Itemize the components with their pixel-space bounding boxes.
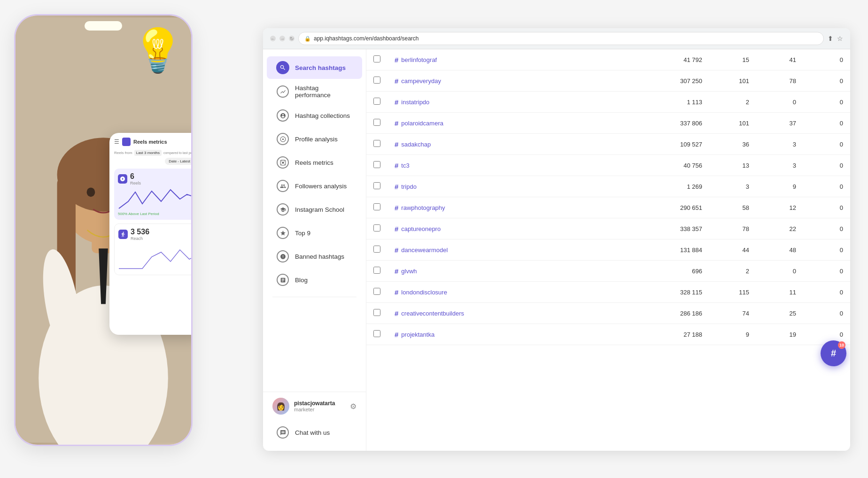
reels-count-value: 6 xyxy=(130,172,141,181)
hashtag-col3: 37 xyxy=(756,113,803,134)
row-checkbox[interactable] xyxy=(373,55,380,62)
row-checkbox-cell[interactable] xyxy=(366,324,388,345)
url-bar[interactable]: 🔒 app.iqhashtags.com/en/dashboard/search xyxy=(298,32,824,45)
row-checkbox-cell[interactable] xyxy=(366,282,388,303)
row-checkbox[interactable] xyxy=(373,98,380,105)
hashtag-name: instatripdo xyxy=(401,99,429,106)
sidebar-item-search-hashtags[interactable]: Search hashtags xyxy=(267,56,362,79)
row-checkbox-cell[interactable] xyxy=(366,134,388,155)
row-checkbox[interactable] xyxy=(373,288,380,295)
table-row: # projektantka 27 188 9 19 0 xyxy=(366,324,850,345)
hashtag-name: sadakchap xyxy=(401,141,431,148)
forward-button[interactable]: → xyxy=(279,36,285,41)
row-checkbox-cell[interactable] xyxy=(366,155,388,176)
hashtag-col2: 101 xyxy=(709,113,756,134)
hashtag-col3: 0 xyxy=(756,92,803,113)
hashtag-col3: 0 xyxy=(756,261,803,282)
row-checkbox[interactable] xyxy=(373,77,380,84)
sidebar-item-instagram-school[interactable]: Instagram School xyxy=(267,198,362,221)
settings-icon[interactable]: ⚙ xyxy=(350,402,356,411)
main-content: # berlinfotograf 41 792 15 41 0 # campev… xyxy=(366,49,850,451)
hashtag-link[interactable]: # sadakchap xyxy=(395,140,655,148)
table-row: # captureonepro 338 357 78 22 0 xyxy=(366,218,850,239)
hashtag-link[interactable]: # projektantka xyxy=(395,331,655,339)
hashtag-link[interactable]: # polaroidcamera xyxy=(395,119,655,127)
back-button[interactable]: ← xyxy=(270,36,276,41)
hashtag-link[interactable]: # tripdo xyxy=(395,183,655,191)
floating-hashtag-badge[interactable]: # 10 xyxy=(821,340,846,366)
hashtag-col2: 13 xyxy=(709,155,756,176)
hashtag-link[interactable]: # campeveryday xyxy=(395,77,655,85)
row-checkbox[interactable] xyxy=(373,246,380,253)
row-checkbox-cell[interactable] xyxy=(366,218,388,239)
expand-icon[interactable]: ⤢ xyxy=(191,177,193,182)
refresh-button[interactable]: ↻ xyxy=(289,36,294,41)
row-checkbox-cell[interactable] xyxy=(366,176,388,197)
sidebar-item-top-9[interactable]: Top 9 xyxy=(267,222,362,244)
row-checkbox[interactable] xyxy=(373,330,380,337)
row-checkbox[interactable] xyxy=(373,224,380,231)
sidebar-item-followers-analysis[interactable]: Followers analysis xyxy=(267,175,362,197)
row-checkbox[interactable] xyxy=(373,161,380,168)
hashtag-link[interactable]: # captureonepro xyxy=(395,225,655,233)
user-name: pistacjowatarta xyxy=(294,400,345,407)
sidebar-item-blog[interactable]: Blog xyxy=(267,269,362,291)
sidebar-item-profile-analysis[interactable]: Profile analysis xyxy=(267,128,362,150)
sidebar-item-label-school: Instagram School xyxy=(295,206,344,213)
hashtag-link[interactable]: # rawphotography xyxy=(395,204,655,212)
sidebar-item-chat[interactable]: Chat with us xyxy=(267,421,362,444)
row-checkbox-cell[interactable] xyxy=(366,49,388,70)
reach-value: 3 536 xyxy=(131,228,149,236)
row-checkbox[interactable] xyxy=(373,140,380,147)
hashtag-count: 40 756 xyxy=(662,155,709,176)
hashtag-col4: 0 xyxy=(803,92,850,113)
hashtag-cell: # dancewearmodel xyxy=(388,239,662,261)
date-filter-label: Date - Latest xyxy=(169,159,190,163)
hashtag-link[interactable]: # creativecontentbuilders xyxy=(395,309,655,317)
date-filter-button[interactable]: Date - Latest ⇅ xyxy=(165,158,193,165)
top-9-icon xyxy=(276,226,289,239)
hashtag-link[interactable]: # instatripdo xyxy=(395,98,655,106)
row-checkbox[interactable] xyxy=(373,309,380,316)
row-checkbox-cell[interactable] xyxy=(366,303,388,324)
hashtag-hash: # xyxy=(395,56,398,64)
browser-toolbar: ← → ↻ 🔒 app.iqhashtags.com/en/dashboard/… xyxy=(263,28,850,49)
reach-expand-icon[interactable]: ⤢ xyxy=(191,232,193,237)
sidebar-item-label-collections: Hashtag collections xyxy=(295,112,350,119)
hashtag-link[interactable]: # londondisclosure xyxy=(395,288,655,296)
browser-action-download[interactable]: ⬆ xyxy=(828,35,833,42)
row-checkbox-cell[interactable] xyxy=(366,239,388,261)
row-checkbox[interactable] xyxy=(373,267,380,274)
reels-from-label: Reels from xyxy=(114,151,132,155)
hashtag-link[interactable]: # glvwh xyxy=(395,267,655,275)
hashtag-name: creativecontentbuilders xyxy=(401,310,464,317)
row-checkbox-cell[interactable] xyxy=(366,70,388,92)
row-checkbox[interactable] xyxy=(373,203,380,210)
period-select[interactable]: Last 3 months xyxy=(134,150,162,156)
hashtag-count: 307 250 xyxy=(662,70,709,92)
reels-chart xyxy=(118,187,193,211)
hashtag-cell: # sadakchap xyxy=(388,134,662,155)
sidebar-item-banned-hashtags[interactable]: Banned hashtags xyxy=(267,245,362,268)
row-checkbox[interactable] xyxy=(373,119,380,126)
hashtag-hash: # xyxy=(395,246,398,254)
row-checkbox-cell[interactable] xyxy=(366,113,388,134)
hashtag-link[interactable]: # berlinfotograf xyxy=(395,56,655,64)
sidebar-divider xyxy=(272,297,356,297)
above-period-label: 500% Above Last Period xyxy=(118,212,193,216)
sidebar-item-hashtag-collections[interactable]: Hashtag collections xyxy=(267,104,362,127)
sidebar-item-hashtag-performance[interactable]: Hashtag performance xyxy=(267,80,362,103)
sidebar-item-reels-metrics[interactable]: Reels metrics xyxy=(267,151,362,174)
row-checkbox[interactable] xyxy=(373,182,380,189)
hashtag-link[interactable]: # tc3 xyxy=(395,162,655,170)
browser-action-bookmark[interactable]: ☆ xyxy=(837,35,843,42)
hashtag-col3: 3 xyxy=(756,134,803,155)
hashtag-performance-icon xyxy=(276,85,289,98)
row-checkbox-cell[interactable] xyxy=(366,197,388,218)
hashtag-col4: 0 xyxy=(803,134,850,155)
hashtag-count: 1 269 xyxy=(662,176,709,197)
row-checkbox-cell[interactable] xyxy=(366,92,388,113)
row-checkbox-cell[interactable] xyxy=(366,261,388,282)
chat-label: Chat with us xyxy=(295,429,330,436)
hashtag-link[interactable]: # dancewearmodel xyxy=(395,246,655,254)
